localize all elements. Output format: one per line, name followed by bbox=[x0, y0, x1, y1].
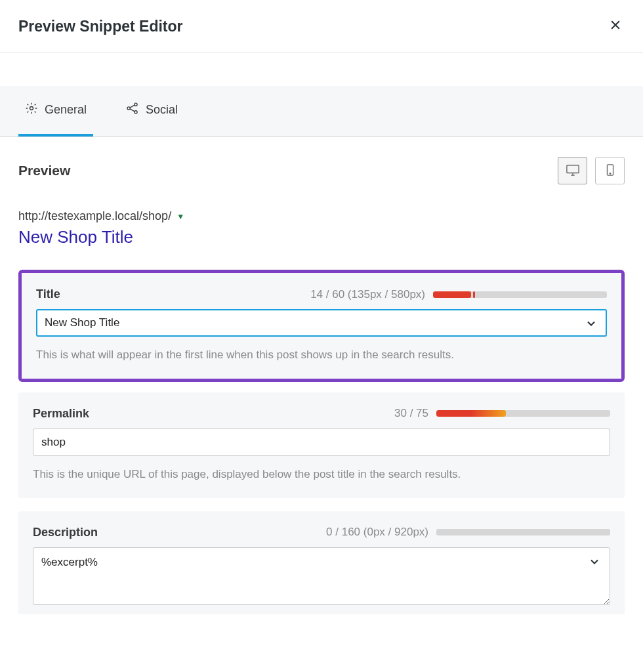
svg-point-0 bbox=[30, 107, 33, 110]
caret-down-icon: ▼ bbox=[176, 212, 184, 221]
title-label: Title bbox=[36, 287, 60, 301]
tab-general[interactable]: General bbox=[18, 86, 93, 136]
preview-url: http://testexample.local/shop/ bbox=[18, 209, 171, 223]
svg-point-3 bbox=[135, 111, 137, 114]
svg-point-2 bbox=[135, 103, 137, 106]
mobile-preview-button[interactable] bbox=[595, 157, 625, 184]
title-field-highlight: Title 14 / 60 (135px / 580px) This is wh… bbox=[18, 270, 625, 382]
preview-heading: Preview bbox=[18, 163, 70, 178]
chevron-down-icon bbox=[585, 321, 598, 332]
title-counter: 14 / 60 (135px / 580px) bbox=[310, 288, 425, 301]
preview-title: New Shop Title bbox=[18, 227, 625, 247]
modal-title: Preview Snippet Editor bbox=[18, 18, 183, 35]
permalink-label: Permalink bbox=[33, 407, 89, 421]
mobile-icon bbox=[603, 163, 617, 178]
chevron-down-icon bbox=[588, 559, 601, 570]
close-button[interactable] bbox=[606, 16, 625, 37]
desktop-icon bbox=[566, 163, 580, 178]
close-icon bbox=[609, 18, 622, 35]
description-variables-toggle[interactable] bbox=[588, 555, 601, 571]
svg-point-6 bbox=[610, 173, 610, 173]
tab-general-label: General bbox=[45, 103, 87, 117]
title-helper: This is what will appear in the first li… bbox=[36, 347, 607, 363]
tab-social-label: Social bbox=[146, 103, 178, 117]
gear-icon bbox=[25, 102, 38, 118]
permalink-input[interactable] bbox=[33, 429, 610, 456]
share-icon bbox=[126, 102, 139, 118]
permalink-helper: This is the unique URL of this page, dis… bbox=[33, 467, 610, 482]
svg-rect-4 bbox=[566, 165, 578, 173]
title-meter bbox=[433, 291, 607, 298]
preview-url-row[interactable]: http://testexample.local/shop/ ▼ bbox=[18, 209, 625, 223]
title-input[interactable] bbox=[36, 309, 607, 337]
svg-point-1 bbox=[127, 107, 130, 110]
description-counter: 0 / 160 (0px / 920px) bbox=[326, 526, 428, 539]
desktop-preview-button[interactable] bbox=[558, 157, 587, 184]
permalink-counter: 30 / 75 bbox=[394, 407, 428, 420]
description-input[interactable] bbox=[33, 547, 610, 605]
permalink-meter bbox=[436, 410, 610, 417]
tab-social[interactable]: Social bbox=[119, 86, 184, 136]
description-label: Description bbox=[33, 526, 98, 539]
title-variables-toggle[interactable] bbox=[585, 317, 598, 333]
description-meter bbox=[436, 529, 610, 536]
